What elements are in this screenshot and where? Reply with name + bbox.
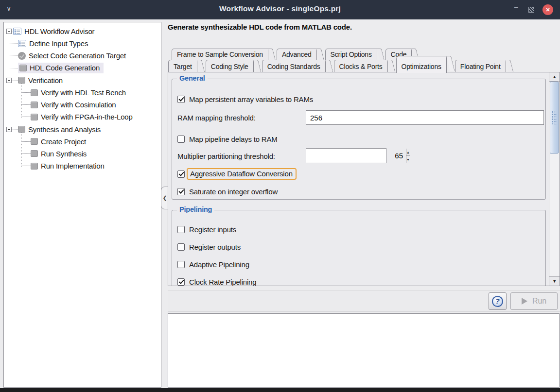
optimizations-tab-panel: General Map persistent array variables t…	[168, 72, 560, 286]
checkbox-adaptive-pipelining[interactable]	[177, 261, 185, 268]
clock-rate-pipelining-row[interactable]: Clock Rate Pipelining	[177, 276, 256, 286]
workflow-advisor-window: ∨ Workflow Advisor - singleOps.prj – ✕ H…	[0, 0, 560, 392]
restore-button[interactable]	[528, 7, 534, 13]
task-done-icon	[18, 52, 26, 60]
checkbox-saturate-overflow[interactable]	[177, 188, 185, 195]
tree-item-label: Verify with FPGA-in-the-Loop	[41, 113, 133, 121]
general-group-title: General	[177, 74, 208, 82]
tree-item-label: Verify with HDL Test Bench	[41, 88, 126, 97]
tab-optimizations[interactable]: Optimizations	[396, 56, 451, 72]
chevron-left-icon: ❮	[162, 195, 167, 201]
tab-target[interactable]: Target	[168, 60, 202, 72]
play-icon	[522, 298, 527, 305]
tab-coding-style[interactable]: Coding Style	[206, 60, 258, 72]
scroll-down-icon[interactable]: ▼	[549, 276, 560, 286]
tab-script-options[interactable]: Script Options	[325, 49, 382, 60]
register-outputs-row[interactable]: Register outputs	[177, 241, 241, 252]
titlebar: ∨ Workflow Advisor - singleOps.prj – ✕	[0, 0, 560, 19]
task-description: Generate synthesizable HDL code from MAT…	[168, 23, 352, 31]
pipelining-group-title: Pipelining	[177, 205, 214, 213]
tab-row-secondary: Frame to Sample Conversion Advanced Scri…	[172, 49, 420, 60]
tree-item-label: Synthesis and Analysis	[28, 125, 101, 134]
tree-item-create-project[interactable]: Create Project	[4, 136, 161, 148]
window-bottom-edge	[0, 388, 560, 392]
run-button[interactable]: Run	[510, 292, 558, 310]
task-icon	[31, 114, 38, 120]
ram-threshold-label: RAM mapping threshold:	[177, 114, 256, 122]
tree-item-label: Verification	[28, 76, 63, 85]
tree-selection-highlight: HDL Code Generation	[18, 63, 104, 73]
tree-item-label: Create Project	[41, 137, 86, 146]
tree-item-label: Verify with Cosimulation	[41, 101, 116, 109]
tree-item-verify-hdl-test-bench[interactable]: Verify with HDL Test Bench	[4, 86, 161, 99]
map-pipeline-delays-row[interactable]: Map pipeline delays to RAM	[177, 134, 278, 144]
multiplier-threshold-label: Multiplier partitioning threshold:	[177, 152, 275, 160]
tree-collapse-icon[interactable]	[6, 29, 12, 34]
task-icon	[18, 126, 25, 133]
tree-item-label: HDL Workflow Advisor	[24, 27, 94, 35]
task-icon	[31, 163, 38, 170]
tree-item-hdl-code-generation[interactable]: HDL Code Generation	[4, 62, 161, 74]
tab-advanced[interactable]: Advanced	[277, 49, 321, 60]
checkbox-map-persistent-arrays[interactable]	[177, 96, 185, 103]
tree-item-label: HDL Code Generation	[30, 64, 100, 72]
ram-threshold-input[interactable]	[306, 110, 544, 125]
tree-item-hdl-workflow-advisor[interactable]: HDL Workflow Advisor	[4, 25, 161, 37]
help-button[interactable]: ?	[489, 292, 507, 310]
scroll-up-icon[interactable]: ▲	[549, 72, 560, 82]
spinner-up-button[interactable]: ▲	[406, 149, 410, 156]
help-icon: ?	[492, 296, 503, 307]
checkbox-register-inputs[interactable]	[177, 226, 185, 233]
message-output-area	[168, 313, 560, 388]
pipelining-group: Pipelining Register inputs Register outp…	[172, 210, 546, 286]
window-title: Workflow Advisor - singleOps.prj	[0, 4, 560, 13]
tree-item-select-code-generation-target[interactable]: Select Code Generation Target	[4, 50, 161, 62]
tree-collapse-icon[interactable]	[6, 127, 12, 132]
tree-item-synthesis-and-analysis[interactable]: Synthesis and Analysis	[4, 123, 161, 136]
vertical-scrollbar[interactable]: ▲ ▼	[549, 72, 560, 286]
multiplier-threshold-input[interactable]	[306, 149, 406, 163]
task-icon	[31, 150, 38, 157]
tree-item-run-implementation[interactable]: Run Implementation	[4, 160, 161, 172]
tree-item-verify-cosimulation[interactable]: Verify with Cosimulation	[4, 99, 161, 111]
close-button[interactable]: ✕	[542, 4, 553, 15]
tab-clocks-ports[interactable]: Clocks & Ports	[334, 60, 392, 72]
saturate-overflow-row[interactable]: Saturate on integer overflow	[177, 186, 278, 197]
task-icon	[31, 102, 38, 108]
tree-item-define-input-types[interactable]: Define Input Types	[4, 37, 161, 50]
task-icon	[31, 138, 38, 145]
adaptive-pipelining-row[interactable]: Adaptive Pipelining	[177, 259, 249, 270]
tree-item-verification[interactable]: Verification	[4, 74, 161, 86]
task-icon	[31, 89, 38, 96]
tree-item-label: Run Synthesis	[41, 150, 87, 158]
tree-item-label: Run Implementation	[41, 162, 105, 170]
task-icon	[19, 65, 27, 71]
checkbox-aggressive-dataflow[interactable]	[177, 170, 185, 178]
tab-coding-standards[interactable]: Coding Standards	[262, 60, 330, 72]
tab-row-primary: Target Coding Style Coding Standards Clo…	[168, 60, 514, 72]
sidebar-collapse-handle[interactable]: ❮	[161, 187, 168, 209]
focused-option-label: Aggressive Dataflow Conversion	[187, 168, 297, 180]
tree-item-label: Select Code Generation Target	[29, 51, 126, 60]
tree-item-label: Define Input Types	[29, 39, 88, 48]
checkbox-clock-rate-pipelining[interactable]	[177, 278, 185, 286]
list-icon	[18, 40, 26, 47]
general-group: General Map persistent array variables t…	[172, 79, 546, 200]
map-persistent-arrays-row[interactable]: Map persistent array variables to RAMs	[177, 94, 313, 104]
multiplier-threshold-spinner: ▲ ▼	[306, 148, 386, 163]
workflow-tree-panel: HDL Workflow Advisor Define Input Types …	[3, 22, 161, 388]
tree-item-verify-fpga-in-the-loop[interactable]: Verify with FPGA-in-the-Loop	[4, 111, 161, 123]
scrollbar-thumb[interactable]	[550, 82, 559, 153]
minimize-button[interactable]: –	[514, 3, 518, 12]
checkbox-map-pipeline-delays[interactable]	[177, 136, 185, 143]
tab-floating-point[interactable]: Floating Point	[455, 60, 510, 72]
tree-collapse-icon[interactable]	[6, 78, 12, 83]
checkbox-register-outputs[interactable]	[177, 243, 185, 251]
tree-item-run-synthesis[interactable]: Run Synthesis	[4, 148, 161, 160]
task-icon	[18, 77, 25, 84]
tab-frame-to-sample-conversion[interactable]: Frame to Sample Conversion	[172, 49, 273, 60]
list-icon	[13, 28, 21, 35]
spinner-down-button[interactable]: ▼	[406, 156, 410, 163]
aggressive-dataflow-row[interactable]: Aggressive Dataflow Conversion	[177, 169, 297, 179]
register-inputs-row[interactable]: Register inputs	[177, 224, 236, 235]
